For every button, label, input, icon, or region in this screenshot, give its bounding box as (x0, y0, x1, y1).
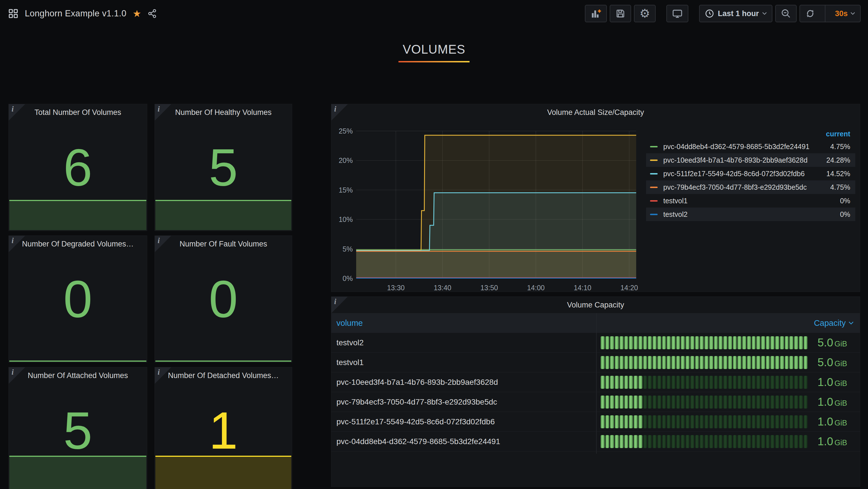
gauge-segment (676, 396, 680, 408)
legend-series-name[interactable]: testvol1 (663, 197, 687, 205)
refresh-icon (805, 8, 815, 19)
gauge-segment (709, 396, 713, 408)
gauge-segment (662, 435, 666, 448)
gauge-segment (789, 415, 793, 428)
gauge-segment (728, 376, 732, 389)
time-range-picker[interactable]: Last 1 hour (699, 5, 772, 22)
column-header-capacity[interactable]: Capacity (814, 318, 860, 328)
refresh-button-group: 30s (800, 5, 861, 22)
gauge-segment (723, 435, 727, 448)
gauge-segment (780, 435, 784, 448)
gauge-segment (747, 396, 751, 408)
svg-text:5%: 5% (343, 245, 353, 253)
refresh-button[interactable] (800, 5, 820, 22)
row-title[interactable]: VOLUMES (0, 42, 868, 56)
legend-swatch (650, 214, 658, 215)
gauge-segment (794, 396, 798, 408)
column-header-volume[interactable]: volume (331, 318, 363, 328)
gauge-segment (709, 435, 713, 448)
dashboard-settings-button[interactable]: ⚙ (634, 5, 656, 22)
gauge-segment (770, 356, 774, 369)
gauge-segment (620, 435, 623, 448)
legend-series-name[interactable]: testvol2 (663, 210, 687, 219)
gauge-segment (738, 356, 741, 369)
volume-name-cell: testvol2 (331, 338, 596, 347)
stat-value: 0 (155, 236, 292, 362)
favorite-star-icon[interactable]: ★ (132, 9, 141, 18)
share-icon[interactable] (148, 9, 157, 18)
gauge-segment (648, 336, 652, 349)
svg-text:25%: 25% (339, 127, 353, 135)
chevron-down-icon (850, 12, 855, 15)
stat-panel: iNumber Of Degraded Volumes…0 (8, 235, 147, 363)
gauge-segment (775, 336, 779, 349)
gauge-segment (733, 396, 737, 408)
gauge-segment (634, 376, 638, 389)
gauge-segment (718, 336, 722, 349)
gauge-segment (629, 376, 633, 389)
legend-series-name[interactable]: pvc-79b4ecf3-7050-4d77-8bf3-e292d93be5dc (663, 183, 807, 192)
gauge-segment (761, 376, 765, 389)
table-row: pvc-511f2e17-5549-42d5-8c6d-072f3d02fdb6… (331, 412, 860, 432)
tv-cycle-button[interactable] (666, 5, 688, 22)
gauge-segment (615, 396, 619, 408)
gauge-segment (620, 415, 623, 428)
gauge-segment (662, 356, 666, 369)
gauge-segment (695, 435, 699, 448)
capacity-number: 1.0 (817, 376, 833, 388)
gauge-segment (639, 336, 642, 349)
gauge-segment (657, 356, 661, 369)
zoom-out-button[interactable] (775, 5, 797, 22)
capacity-value-cell: 1.0 GiB (817, 376, 847, 389)
dashboard-title[interactable]: Longhorn Example v1.1.0 (25, 8, 126, 19)
svg-text:13:50: 13:50 (480, 284, 498, 292)
gauge-segment (794, 435, 798, 448)
save-dashboard-button[interactable] (610, 5, 631, 22)
gauge-segment (657, 396, 661, 408)
gauge-segment (629, 356, 633, 369)
gauge-segment (705, 435, 708, 448)
gauge-segment (634, 396, 638, 408)
gauge-segment (601, 356, 604, 369)
capacity-gauge (601, 376, 807, 389)
gauge-segment (657, 376, 661, 389)
table-row: testvol15.0 GiB (331, 353, 860, 372)
gauge-segment (634, 415, 638, 428)
chevron-down-icon (762, 12, 767, 15)
gauge-segment (780, 396, 784, 408)
add-panel-button[interactable] (585, 5, 607, 22)
gauge-segment (624, 336, 628, 349)
gauge-segment (733, 356, 737, 369)
gauge-segment (728, 356, 732, 369)
gauge-segment (681, 435, 685, 448)
legend-series-name[interactable]: pvc-511f2e17-5549-42d5-8c6d-072f3d02fdb6 (663, 170, 805, 178)
gauge-segment (770, 415, 774, 428)
gauge-segment (666, 435, 671, 448)
gauge-segment (686, 356, 689, 369)
legend-series-name[interactable]: pvc-04dd8eb4-d362-4579-8685-5b3d2fe24491 (663, 143, 810, 151)
gauge-segment (756, 356, 760, 369)
gauge-segment (629, 415, 633, 428)
stat-sparkline (9, 361, 146, 362)
refresh-interval-picker[interactable]: 30s (830, 5, 860, 22)
gauge-segment (606, 376, 610, 389)
panel-title[interactable]: Volume Capacity (331, 301, 860, 310)
gauge-segment (666, 396, 671, 408)
dashboard-grid-icon[interactable] (8, 8, 19, 19)
gauge-segment (742, 435, 746, 448)
gauge-segment (620, 396, 623, 408)
gauge-segment (690, 336, 694, 349)
gauge-segment (785, 435, 789, 448)
gauge-segment (714, 336, 718, 349)
legend-current-header[interactable]: current (646, 128, 855, 140)
gauge-segment (775, 356, 779, 369)
gauge-segment (615, 415, 619, 428)
capacity-gauge (601, 396, 807, 408)
gauge-segment (785, 396, 789, 408)
gauge-segment (672, 336, 675, 349)
gauge-segment (653, 356, 656, 369)
gauge-segment (657, 336, 661, 349)
legend-series-name[interactable]: pvc-10eed3f4-b7a1-4b76-893b-2bb9aef3628d (663, 156, 808, 164)
stat-panel: iNumber Of Attached Volumes5 (8, 367, 147, 489)
gauge-segment (738, 396, 741, 408)
